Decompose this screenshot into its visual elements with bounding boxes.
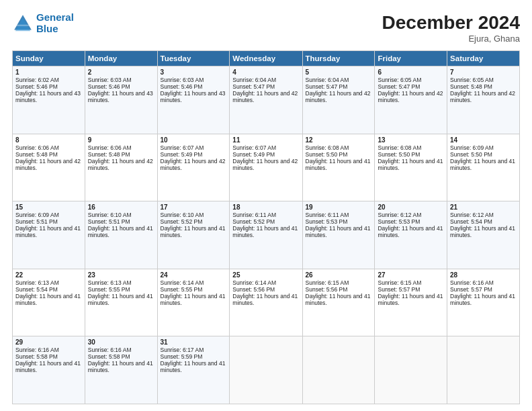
day-number: 7 xyxy=(450,68,517,76)
calendar-cell: 2Sunrise: 6:03 AMSunset: 5:46 PMDaylight… xyxy=(85,66,157,134)
sunset-label: Sunset: 5:55 PM xyxy=(161,286,203,293)
sunset-label: Sunset: 5:58 PM xyxy=(88,353,130,360)
sunset-label: Sunset: 5:51 PM xyxy=(88,218,130,225)
sunrise-label: Sunrise: 6:16 AM xyxy=(450,279,494,286)
sunrise-label: Sunrise: 6:10 AM xyxy=(88,212,132,218)
daylight-label: Daylight: 11 hours and 42 minutes. xyxy=(306,90,371,103)
daylight-label: Daylight: 11 hours and 41 minutes. xyxy=(161,293,226,306)
calendar-cell: 20Sunrise: 6:12 AMSunset: 5:53 PMDayligh… xyxy=(375,201,447,269)
calendar-cell: 23Sunrise: 6:13 AMSunset: 5:55 PMDayligh… xyxy=(85,269,157,336)
sunrise-label: Sunrise: 6:03 AM xyxy=(88,77,132,83)
daylight-label: Daylight: 11 hours and 41 minutes. xyxy=(450,225,515,238)
calendar-cell: 3Sunrise: 6:03 AMSunset: 5:46 PMDaylight… xyxy=(157,66,230,134)
calendar-cell xyxy=(230,336,302,404)
sunrise-label: Sunrise: 6:16 AM xyxy=(15,347,59,353)
daylight-label: Daylight: 11 hours and 41 minutes. xyxy=(15,360,81,373)
calendar-cell: 17Sunrise: 6:10 AMSunset: 5:52 PMDayligh… xyxy=(157,201,230,269)
calendar-cell: 9Sunrise: 6:06 AMSunset: 5:48 PMDaylight… xyxy=(85,134,157,201)
daylight-label: Daylight: 11 hours and 41 minutes. xyxy=(88,293,153,306)
calendar-cell: 26Sunrise: 6:15 AMSunset: 5:56 PMDayligh… xyxy=(302,269,375,336)
sunrise-label: Sunrise: 6:08 AM xyxy=(378,144,421,151)
sunset-label: Sunset: 5:46 PM xyxy=(161,83,203,90)
daylight-label: Daylight: 11 hours and 41 minutes. xyxy=(88,225,153,238)
weekday-header-cell: Thursday xyxy=(302,51,375,66)
sunset-label: Sunset: 5:49 PM xyxy=(232,151,275,158)
sunset-label: Sunset: 5:47 PM xyxy=(306,83,348,90)
sunset-label: Sunset: 5:48 PM xyxy=(450,83,492,90)
calendar-cell: 5Sunrise: 6:04 AMSunset: 5:47 PMDaylight… xyxy=(302,66,375,134)
sunset-label: Sunset: 5:47 PM xyxy=(378,83,420,90)
calendar-cell: 21Sunrise: 6:12 AMSunset: 5:54 PMDayligh… xyxy=(447,201,520,269)
sunset-label: Sunset: 5:50 PM xyxy=(378,151,420,158)
svg-rect-2 xyxy=(16,24,29,26)
sunrise-label: Sunrise: 6:04 AM xyxy=(232,77,276,83)
day-number: 11 xyxy=(232,136,299,144)
calendar-cell xyxy=(447,336,520,404)
title-block: December 2024 Ejura, Ghana xyxy=(382,12,520,44)
calendar-week-row: 22Sunrise: 6:13 AMSunset: 5:54 PMDayligh… xyxy=(13,269,520,336)
calendar-cell xyxy=(375,336,447,404)
sunrise-label: Sunrise: 6:15 AM xyxy=(306,279,349,286)
sunrise-label: Sunrise: 6:06 AM xyxy=(15,144,59,151)
day-number: 23 xyxy=(88,271,154,279)
daylight-label: Daylight: 11 hours and 41 minutes. xyxy=(306,293,371,306)
sunset-label: Sunset: 5:54 PM xyxy=(15,286,58,293)
calendar-cell: 18Sunrise: 6:11 AMSunset: 5:52 PMDayligh… xyxy=(230,201,302,269)
sunset-label: Sunset: 5:56 PM xyxy=(232,286,275,293)
day-number: 28 xyxy=(450,271,517,279)
sunrise-label: Sunrise: 6:14 AM xyxy=(161,279,204,286)
sunrise-label: Sunrise: 6:13 AM xyxy=(15,279,59,286)
calendar-cell: 15Sunrise: 6:09 AMSunset: 5:51 PMDayligh… xyxy=(13,201,85,269)
day-number: 3 xyxy=(161,68,227,76)
daylight-label: Daylight: 11 hours and 41 minutes. xyxy=(232,225,298,238)
calendar-cell: 8Sunrise: 6:06 AMSunset: 5:48 PMDaylight… xyxy=(13,134,85,201)
sunrise-label: Sunrise: 6:08 AM xyxy=(306,144,349,151)
calendar-cell: 27Sunrise: 6:15 AMSunset: 5:57 PMDayligh… xyxy=(375,269,447,336)
weekday-header-cell: Wednesday xyxy=(230,51,302,66)
calendar-cell: 28Sunrise: 6:16 AMSunset: 5:57 PMDayligh… xyxy=(447,269,520,336)
sunrise-label: Sunrise: 6:09 AM xyxy=(450,144,494,151)
daylight-label: Daylight: 11 hours and 41 minutes. xyxy=(15,293,81,306)
sunset-label: Sunset: 5:48 PM xyxy=(15,151,58,158)
calendar-cell: 16Sunrise: 6:10 AMSunset: 5:51 PMDayligh… xyxy=(85,201,157,269)
day-number: 31 xyxy=(161,338,227,346)
sunset-label: Sunset: 5:46 PM xyxy=(15,83,58,90)
sunrise-label: Sunrise: 6:17 AM xyxy=(161,347,204,353)
sunrise-label: Sunrise: 6:12 AM xyxy=(450,212,494,218)
calendar-week-row: 15Sunrise: 6:09 AMSunset: 5:51 PMDayligh… xyxy=(13,201,520,269)
day-number: 22 xyxy=(15,271,82,279)
sunrise-label: Sunrise: 6:07 AM xyxy=(232,144,276,151)
sunrise-label: Sunrise: 6:11 AM xyxy=(306,212,349,218)
sunset-label: Sunset: 5:59 PM xyxy=(161,353,203,360)
daylight-label: Daylight: 11 hours and 42 minutes. xyxy=(161,158,226,171)
weekday-header-cell: Saturday xyxy=(447,51,520,66)
sunrise-label: Sunrise: 6:12 AM xyxy=(378,212,421,218)
daylight-label: Daylight: 11 hours and 41 minutes. xyxy=(15,225,81,238)
calendar-week-row: 1Sunrise: 6:02 AMSunset: 5:46 PMDaylight… xyxy=(13,66,520,134)
calendar-cell: 1Sunrise: 6:02 AMSunset: 5:46 PMDaylight… xyxy=(13,66,85,134)
daylight-label: Daylight: 11 hours and 41 minutes. xyxy=(378,293,443,306)
calendar-cell: 31Sunrise: 6:17 AMSunset: 5:59 PMDayligh… xyxy=(157,336,230,404)
day-number: 10 xyxy=(161,136,227,144)
logo-line1: General xyxy=(36,11,74,23)
calendar-week-row: 8Sunrise: 6:06 AMSunset: 5:48 PMDaylight… xyxy=(13,134,520,201)
sunrise-label: Sunrise: 6:03 AM xyxy=(161,77,204,83)
sunset-label: Sunset: 5:56 PM xyxy=(306,286,348,293)
sunrise-label: Sunrise: 6:04 AM xyxy=(306,77,349,83)
sunrise-label: Sunrise: 6:02 AM xyxy=(15,77,59,83)
sunset-label: Sunset: 5:46 PM xyxy=(88,83,130,90)
weekday-header-cell: Sunday xyxy=(13,51,85,66)
sunrise-label: Sunrise: 6:05 AM xyxy=(450,77,494,83)
sunset-label: Sunset: 5:54 PM xyxy=(450,218,492,225)
page: General Blue December 2024 Ejura, Ghana … xyxy=(0,0,532,411)
sunrise-label: Sunrise: 6:11 AM xyxy=(232,212,276,218)
weekday-header-row: SundayMondayTuesdayWednesdayThursdayFrid… xyxy=(13,51,520,66)
page-title: December 2024 xyxy=(382,12,520,34)
day-number: 2 xyxy=(88,68,154,76)
daylight-label: Daylight: 11 hours and 42 minutes. xyxy=(450,90,515,103)
daylight-label: Daylight: 11 hours and 41 minutes. xyxy=(88,360,153,373)
sunset-label: Sunset: 5:53 PM xyxy=(306,218,348,225)
daylight-label: Daylight: 11 hours and 41 minutes. xyxy=(306,225,371,238)
sunrise-label: Sunrise: 6:06 AM xyxy=(88,144,132,151)
sunset-label: Sunset: 5:47 PM xyxy=(232,83,275,90)
